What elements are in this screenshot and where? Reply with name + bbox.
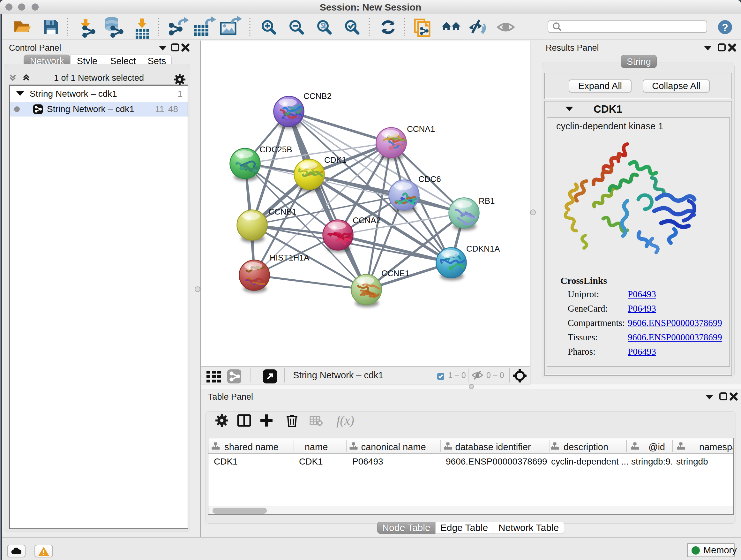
svg-text:CCNA2: CCNA2 bbox=[353, 215, 381, 225]
svg-text:name: name bbox=[305, 442, 328, 452]
svg-text:description: description bbox=[563, 442, 608, 452]
svg-text:database identifier: database identifier bbox=[455, 442, 531, 452]
svg-text:HIST1H1A: HIST1H1A bbox=[270, 253, 310, 262]
svg-text:CDKN1A: CDKN1A bbox=[466, 244, 500, 253]
svg-text:CDC25B: CDC25B bbox=[259, 145, 292, 154]
svg-text:CDK1: CDK1 bbox=[324, 155, 346, 165]
svg-text:CDC6: CDC6 bbox=[418, 174, 441, 184]
svg-text:?: ? bbox=[722, 22, 728, 33]
svg-text:shared name: shared name bbox=[224, 442, 278, 452]
svg-text:CCNE1: CCNE1 bbox=[381, 268, 409, 278]
svg-text:namespace: namespace bbox=[699, 442, 733, 452]
svg-text:RB1: RB1 bbox=[479, 196, 495, 206]
svg-text:CCNA1: CCNA1 bbox=[407, 124, 435, 134]
svg-text:@id: @id bbox=[649, 442, 665, 452]
svg-text:CCNB2: CCNB2 bbox=[304, 91, 332, 101]
svg-text:canonical name: canonical name bbox=[361, 442, 426, 452]
svg-text:f(x): f(x) bbox=[336, 413, 354, 428]
svg-text:CCNB1: CCNB1 bbox=[268, 207, 296, 216]
